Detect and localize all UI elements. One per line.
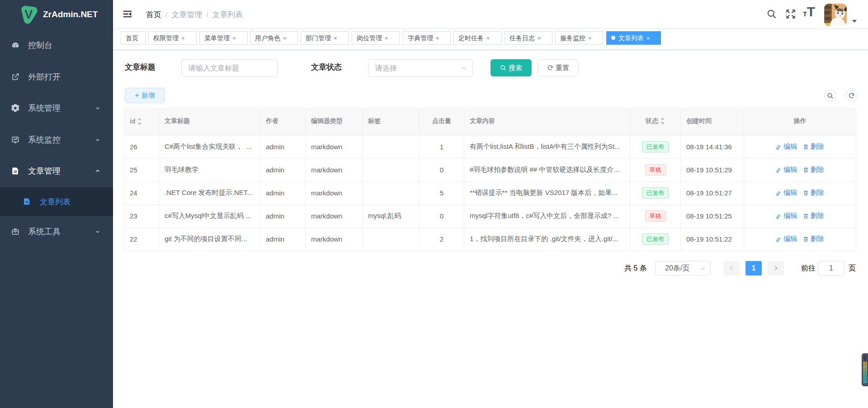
svg-text:V: V <box>24 8 33 21</box>
